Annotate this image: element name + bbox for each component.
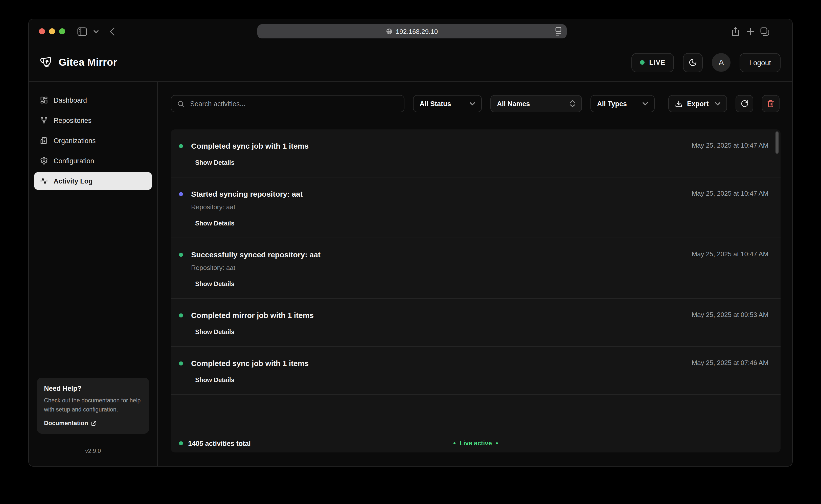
external-link-icon: [91, 420, 97, 426]
chevron-down-icon: [470, 102, 475, 105]
status-dot: [179, 313, 183, 317]
gear-icon: [40, 157, 48, 165]
live-active-label: Live active: [460, 440, 492, 447]
toolbar-chevron-down-icon[interactable]: [94, 19, 99, 43]
user-avatar[interactable]: A: [712, 53, 731, 72]
reader-view-icon[interactable]: [555, 27, 562, 36]
logout-label: Logout: [749, 58, 771, 66]
back-button-icon[interactable]: [110, 19, 115, 43]
sidebar-item-label: Organizations: [54, 137, 96, 144]
show-details-button[interactable]: Show Details: [195, 329, 235, 336]
name-filter-select[interactable]: All Names: [490, 95, 582, 112]
activity-title: Started syncing repository: aat: [191, 190, 692, 198]
documentation-link-label: Documentation: [44, 420, 88, 427]
zoom-window-button[interactable]: [59, 28, 65, 34]
logout-button[interactable]: Logout: [740, 53, 781, 72]
activity-timestamp: May 25, 2025 at 10:47 AM: [692, 190, 770, 197]
activity-row: Successfully synced repository: aat May …: [171, 238, 781, 299]
tab-overview-icon[interactable]: [760, 19, 769, 43]
trash-icon: [767, 100, 774, 108]
version-label: v2.9.0: [34, 440, 152, 466]
activity-row: Completed mirror job with 1 items May 25…: [171, 299, 781, 347]
status-dot: [179, 253, 183, 257]
activity-title: Completed sync job with 1 items: [191, 359, 692, 368]
live-label: LIVE: [649, 59, 665, 66]
app-title: Gitea Mirror: [59, 57, 117, 68]
delete-button[interactable]: [762, 95, 780, 112]
status-filter-select[interactable]: All Status: [413, 95, 482, 112]
sidebar-item-label: Configuration: [54, 157, 94, 165]
dashboard-icon: [40, 96, 48, 104]
activity-toolbar: All Status All Names All Types: [171, 95, 781, 112]
sidebar-toggle-icon[interactable]: [77, 19, 87, 43]
activity-icon: [40, 177, 48, 185]
status-filter-value: All Status: [420, 100, 451, 107]
gitea-logo-icon: [40, 56, 54, 69]
status-dot: [179, 361, 183, 365]
chevron-down-icon: [643, 102, 648, 105]
chevron-down-icon: [715, 102, 720, 105]
export-label: Export: [687, 100, 709, 107]
type-filter-select[interactable]: All Types: [590, 95, 655, 112]
brand: Gitea Mirror: [40, 56, 117, 69]
sidebar-item-configuration[interactable]: Configuration: [34, 152, 152, 170]
scrollbar-thumb[interactable]: [776, 131, 779, 154]
activity-timestamp: May 25, 2025 at 09:53 AM: [692, 311, 770, 318]
live-mini-dot: [453, 442, 455, 444]
url-text: 192.168.29.10: [396, 28, 438, 35]
theme-toggle-button[interactable]: [683, 53, 703, 72]
sidebar-item-repositories[interactable]: Repositories: [34, 111, 152, 129]
activities-total-label: 1405 activities total: [188, 440, 251, 447]
sidebar-item-label: Activity Log: [54, 177, 93, 185]
download-icon: [675, 100, 682, 107]
sidebar: Dashboard Repositories Organizations: [29, 82, 158, 466]
activity-timestamp: May 25, 2025 at 10:47 AM: [692, 142, 770, 149]
show-details-button[interactable]: Show Details: [195, 281, 235, 288]
moon-icon: [689, 58, 697, 67]
activity-timestamp: May 25, 2025 at 07:46 AM: [692, 359, 770, 366]
type-filter-value: All Types: [597, 100, 627, 107]
avatar-initial: A: [719, 58, 724, 67]
sidebar-item-label: Dashboard: [54, 96, 87, 104]
export-button[interactable]: Export: [668, 95, 727, 112]
name-filter-value: All Names: [497, 100, 530, 107]
new-tab-icon[interactable]: [747, 19, 754, 43]
search-input[interactable]: [189, 99, 398, 108]
total-dot: [179, 441, 183, 445]
status-dot: [179, 144, 183, 148]
sidebar-item-dashboard[interactable]: Dashboard: [34, 91, 152, 109]
sidebar-item-label: Repositories: [54, 117, 92, 124]
main-content: All Status All Names All Types: [158, 82, 792, 466]
app-header: Gitea Mirror LIVE A Logout: [29, 43, 792, 82]
window-controls: [39, 19, 65, 43]
browser-toolbar: 192.168.29.10: [29, 19, 792, 43]
help-body: Check out the documentation for help wit…: [44, 397, 143, 415]
share-icon[interactable]: [732, 19, 740, 43]
help-card: Need Help? Check out the documentation f…: [37, 378, 149, 434]
refresh-button[interactable]: [736, 95, 753, 112]
status-dot: [179, 192, 183, 196]
activity-list-footer: 1405 activities total Live active: [171, 434, 781, 452]
git-fork-icon: [40, 116, 48, 124]
activity-timestamp: May 25, 2025 at 10:47 AM: [692, 250, 770, 258]
building-icon: [40, 136, 48, 145]
documentation-link[interactable]: Documentation: [44, 420, 142, 427]
search-box: [171, 95, 404, 112]
live-mini-dot: [496, 442, 498, 444]
search-icon: [177, 100, 185, 107]
sidebar-item-activity-log[interactable]: Activity Log: [34, 172, 152, 190]
activity-title: Successfully synced repository: aat: [191, 250, 692, 259]
minimize-window-button[interactable]: [49, 28, 55, 34]
close-window-button[interactable]: [39, 28, 45, 34]
live-status-button[interactable]: LIVE: [631, 53, 674, 72]
help-title: Need Help?: [44, 385, 142, 393]
chevrons-up-down-icon: [570, 100, 575, 107]
show-details-button[interactable]: Show Details: [195, 159, 235, 166]
address-bar[interactable]: 192.168.29.10: [257, 24, 567, 38]
show-details-button[interactable]: Show Details: [195, 220, 235, 227]
show-details-button[interactable]: Show Details: [195, 377, 235, 384]
activity-list: Completed sync job with 1 items May 25, …: [171, 129, 781, 452]
browser-window: 192.168.29.10: [28, 19, 793, 467]
live-active-indicator: Live active: [171, 440, 781, 447]
sidebar-item-organizations[interactable]: Organizations: [34, 131, 152, 150]
